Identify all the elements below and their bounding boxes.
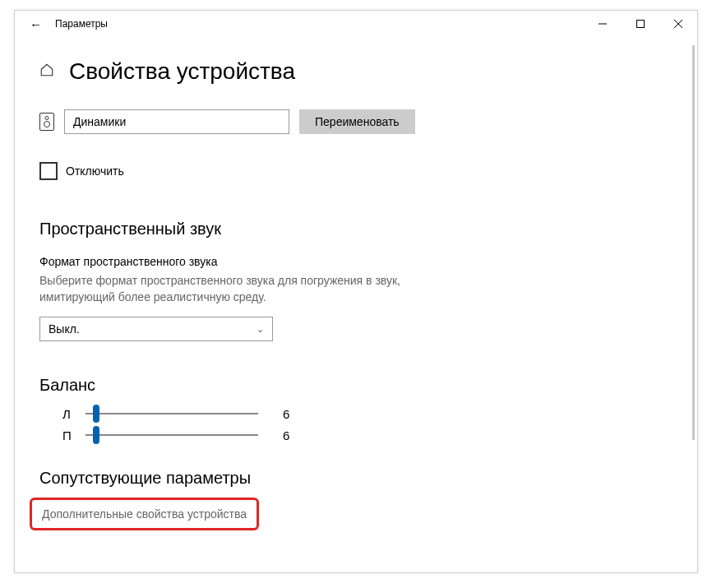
balance-left-value: 6 <box>283 407 289 421</box>
disable-row: Отключить <box>39 162 692 180</box>
balance-left-row: Л 6 <box>39 405 692 423</box>
titlebar: ← Параметры <box>15 11 697 37</box>
balance-section: Баланс Л 6 П 6 <box>39 376 692 444</box>
device-row: Переименовать <box>39 109 692 134</box>
related-section: Сопутствующие параметры Дополнительные с… <box>39 469 692 530</box>
additional-properties-link[interactable]: Дополнительные свойства устройства <box>42 507 247 521</box>
section-heading-balance: Баланс <box>39 376 692 395</box>
app-title: Параметры <box>55 18 108 30</box>
balance-left-label: Л <box>62 407 76 421</box>
spatial-sound-section: Пространственный звук Формат пространств… <box>39 220 692 341</box>
section-heading-spatial: Пространственный звук <box>39 220 692 238</box>
slider-thumb[interactable] <box>93 405 99 423</box>
highlight-frame: Дополнительные свойства устройства <box>30 498 259 530</box>
balance-right-row: П 6 <box>39 426 692 444</box>
device-name-input[interactable] <box>64 109 289 134</box>
speaker-icon <box>39 113 54 131</box>
maximize-button[interactable] <box>622 11 659 37</box>
rename-button[interactable]: Переименовать <box>299 109 415 134</box>
chevron-down-icon: ⌄ <box>257 324 264 335</box>
spatial-help-text: Выберите формат пространственного звука … <box>39 273 426 305</box>
balance-right-label: П <box>62 428 76 442</box>
svg-rect-1 <box>637 21 645 28</box>
balance-right-slider[interactable] <box>86 426 258 444</box>
section-heading-related: Сопутствующие параметры <box>39 469 692 488</box>
minimize-button[interactable] <box>584 11 622 37</box>
spatial-format-label: Формат пространственного звука <box>39 255 692 268</box>
window-controls <box>584 11 697 37</box>
home-icon[interactable] <box>39 63 54 81</box>
content-area: Свойства устройства Переименовать Отключ… <box>15 37 692 572</box>
disable-checkbox[interactable] <box>39 162 58 180</box>
slider-thumb[interactable] <box>93 426 99 444</box>
disable-label: Отключить <box>66 164 124 178</box>
close-button[interactable] <box>659 11 697 37</box>
balance-right-value: 6 <box>283 428 289 442</box>
balance-left-slider[interactable] <box>86 405 258 423</box>
scrollbar[interactable] <box>692 45 695 440</box>
back-button[interactable]: ← <box>30 18 42 30</box>
spatial-format-dropdown[interactable]: Выкл. ⌄ <box>39 317 273 341</box>
page-title: Свойства устройства <box>69 58 295 85</box>
dropdown-selected: Выкл. <box>49 322 80 336</box>
